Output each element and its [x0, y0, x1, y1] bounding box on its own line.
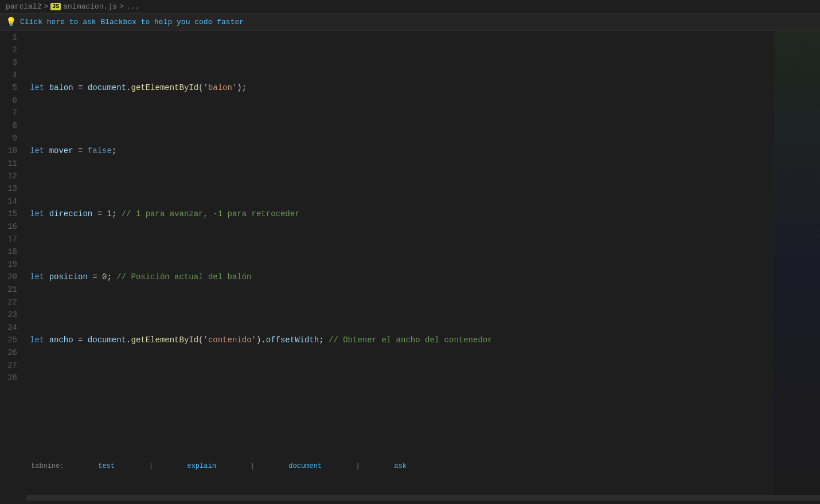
breadcrumb-root[interactable]: parcial2 — [6, 2, 41, 11]
breadcrumb-file[interactable]: animacion.js — [63, 2, 117, 11]
editor: 1 2 3 4 5 6 7 8 9 10 11 12 13 14 15 16 1… — [0, 31, 820, 501]
blackbox-bar[interactable]: 💡 Click here to ask Blackbox to help you… — [0, 14, 820, 31]
code-line-1: let balon = document.getElementById('bal… — [29, 81, 820, 94]
code-line-3: let direccion = 1; // 1 para avanzar, -1… — [29, 208, 820, 220]
code-line-6 — [29, 397, 820, 409]
tabnine-label: tabnine: — [31, 460, 64, 472]
tabnine-sep1: | — [149, 460, 153, 472]
tabnine-test[interactable]: test — [98, 460, 115, 472]
line-numbers: 1 2 3 4 5 6 7 8 9 10 11 12 13 14 15 16 1… — [0, 31, 26, 501]
code-line-2: let mover = false; — [29, 144, 820, 157]
code-line-4: let posicion = 0; // Posición actual del… — [29, 271, 820, 283]
code-content[interactable]: let balon = document.getElementById('bal… — [26, 31, 820, 501]
tabnine-ask[interactable]: ask — [394, 460, 407, 472]
horizontal-scrollbar[interactable] — [26, 495, 820, 501]
bulb-icon: 💡 — [6, 17, 17, 28]
minimap-content — [774, 31, 820, 501]
blackbox-link[interactable]: Click here to ask Blackbox to help you c… — [20, 18, 244, 26]
breadcrumb-dots: ... — [126, 2, 139, 11]
breadcrumb-bar: parcial2 > JS animacion.js > ... — [0, 0, 820, 14]
js-file-icon: JS — [50, 3, 61, 10]
code-line-5: let ancho = document.getElementById('con… — [29, 334, 820, 346]
tabnine-sep2: | — [250, 460, 254, 472]
tabnine-bar[interactable]: tabnine: test | explain | document | ask — [29, 460, 820, 472]
minimap — [774, 31, 820, 501]
tabnine-document[interactable]: document — [288, 460, 322, 472]
breadcrumb-sep1: > — [44, 2, 48, 11]
tabnine-explain[interactable]: explain — [187, 460, 216, 472]
tabnine-sep3: | — [356, 460, 360, 472]
breadcrumb-sep2: > — [119, 2, 124, 11]
code-area: 1 2 3 4 5 6 7 8 9 10 11 12 13 14 15 16 1… — [0, 31, 820, 501]
